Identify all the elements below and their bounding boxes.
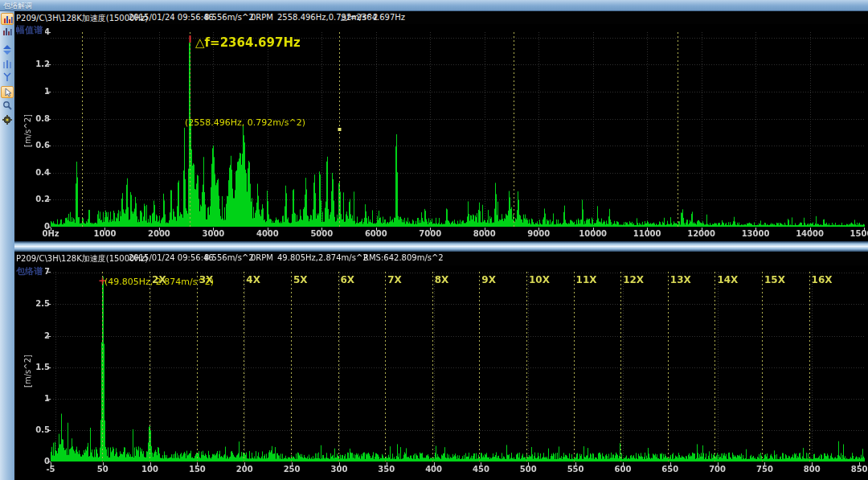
harmonic-label: 7X (387, 274, 402, 285)
x-tick-label: 400 (425, 465, 442, 474)
x-tick-label: 4000 (256, 229, 279, 238)
harmonic-label: 5X (293, 274, 308, 285)
y-tick-label: 2.5 (14, 299, 50, 308)
zoom-tool-icon[interactable] (1, 100, 14, 112)
y-tick-label: 1.2 (14, 59, 50, 68)
harmonic-label: 10X (529, 274, 550, 285)
y-tick-label: 0.8 (14, 114, 50, 123)
sideband-cursor-icon[interactable] (1, 59, 14, 71)
x-tick-label: 650 (661, 465, 678, 474)
x-tick-label: 350 (378, 465, 395, 474)
harmonic-label: 9X (481, 274, 496, 285)
y-tick-label: 2 (14, 331, 50, 340)
envelope-spectrum-chart: [m/s^2] 包络谱 2X3X4X5X6X7X8X9X10X11X12X13X… (14, 265, 868, 480)
bottom-plot-header: P209/C\3H\128K加速度(15000Hz) 2015/01/24 09… (14, 252, 868, 265)
left-toolbar (0, 11, 14, 480)
x-tick-label: 11000 (633, 229, 661, 238)
x-tick-label: 250 (284, 465, 301, 474)
x-tick-label: 550 (567, 465, 584, 474)
panel-type-label: 包络谱 (16, 265, 45, 279)
harmonic-label: 15X (764, 274, 785, 285)
y-tick-label: 0.6 (14, 141, 50, 150)
y-tick-label: 0 (14, 457, 50, 466)
app-window: 包络解调 P209/C\3H\128K加速度(15000Hz) 2015/01/… (0, 0, 868, 480)
x-tick-label: 200 (236, 465, 253, 474)
harmonic-label: 16X (812, 274, 833, 285)
harmonic-label: 4X (246, 274, 260, 285)
x-tick-label: 8000 (473, 229, 496, 238)
y-tick-label: 0.2 (14, 195, 50, 203)
panel-splitter[interactable] (14, 241, 868, 252)
pointer-tool-icon[interactable] (1, 86, 14, 98)
x-tick-label: 14000 (796, 229, 824, 238)
x-tick-label: 13000 (742, 229, 770, 238)
rms-readout: RMS:642.809m/s^2 (363, 253, 444, 262)
x-tick-label: 15000 (850, 229, 868, 238)
settings-icon[interactable] (1, 114, 14, 126)
harmonic-label: 12X (623, 274, 644, 285)
x-tick-label: 6000 (365, 229, 387, 238)
x-tick-label: 3000 (202, 229, 224, 238)
harmonic-label: 11X (576, 274, 597, 285)
x-tick-label: 9000 (527, 229, 550, 238)
x-tick-label: 5000 (310, 229, 333, 238)
x-tick-label: 450 (473, 465, 489, 474)
y-tick-label: 0.4 (14, 168, 50, 177)
x-tick-label: 7000 (419, 229, 441, 238)
harmonic-label: 6X (341, 274, 355, 285)
x-tick-label: 600 (614, 465, 631, 474)
timestamp: 2015/01/24 09:56:46 (129, 253, 214, 262)
harmonic-label: 8X (435, 274, 449, 285)
x-tick-label: -5 (46, 465, 55, 474)
y-tick-label: 1 (14, 394, 50, 403)
spectrum-compare-icon[interactable] (1, 26, 14, 38)
envelope-spectrum-canvas[interactable] (14, 265, 868, 480)
x-tick-label: 800 (804, 465, 821, 474)
window-titlebar: 包络解调 (0, 0, 868, 11)
amplitude-spectrum-canvas[interactable] (14, 24, 868, 241)
x-tick-label: 2000 (148, 229, 170, 238)
x-tick-label: 12000 (687, 229, 715, 238)
window-title: 包络解调 (3, 1, 32, 11)
y-tick-label: 0 (14, 222, 50, 231)
y-tick-label: 1 (14, 87, 50, 96)
cursor-readout: 49.805Hz,2.874m/s^2 (277, 253, 368, 262)
overall-value: 8.556m/s^2 (204, 253, 254, 262)
x-tick-label: 10000 (579, 229, 607, 238)
y-tick-label: 0.5 (14, 425, 50, 434)
x-tick-label: 700 (709, 465, 726, 474)
harmonic-cursor-icon[interactable] (1, 72, 14, 84)
y-tick-label: 1.5 (14, 363, 50, 371)
harmonic-label: 14X (717, 274, 738, 285)
x-tick-label: 1000 (94, 229, 117, 238)
x-tick-label: 50 (97, 465, 108, 474)
delta-f-readout: △f=2364.697Hz (341, 13, 405, 22)
x-tick-label: 150 (189, 465, 206, 474)
top-plot-header: P209/C\3H\128K加速度(15000Hz) 2015/01/24 09… (14, 11, 868, 24)
x-tick-label: 100 (141, 465, 158, 474)
amplitude-spectrum-icon[interactable] (1, 13, 14, 25)
panel-type-label: 幅值谱 (16, 24, 45, 38)
rpm-value: 0RPM (251, 13, 273, 22)
overall-value: 8.556m/s^2 (204, 13, 254, 22)
x-tick-label: 750 (756, 465, 773, 474)
timestamp: 2015/01/24 09:56:46 (129, 13, 214, 22)
rpm-value: 0RPM (251, 253, 273, 262)
navigate-updown-icon[interactable] (1, 44, 14, 56)
chart-annotation: (49.805Hz, 2.874m/s^2) (104, 277, 214, 287)
amplitude-spectrum-chart: [m/s^2] 幅值谱 0Hz1000200030004000500060007… (14, 24, 868, 241)
spectrum-panel-top: P209/C\3H\128K加速度(15000Hz) 2015/01/24 09… (14, 11, 868, 241)
chart-annotation: △f=2364.697Hz (195, 35, 301, 50)
spectrum-panel-bottom: P209/C\3H\128K加速度(15000Hz) 2015/01/24 09… (14, 252, 868, 480)
x-tick-label: 850 (851, 465, 868, 474)
harmonic-label: 13X (670, 274, 691, 285)
x-tick-label: 500 (520, 465, 537, 474)
x-tick-label: 300 (330, 465, 347, 474)
chart-annotation: (2558.496Hz, 0.792m/s^2) (185, 117, 305, 128)
